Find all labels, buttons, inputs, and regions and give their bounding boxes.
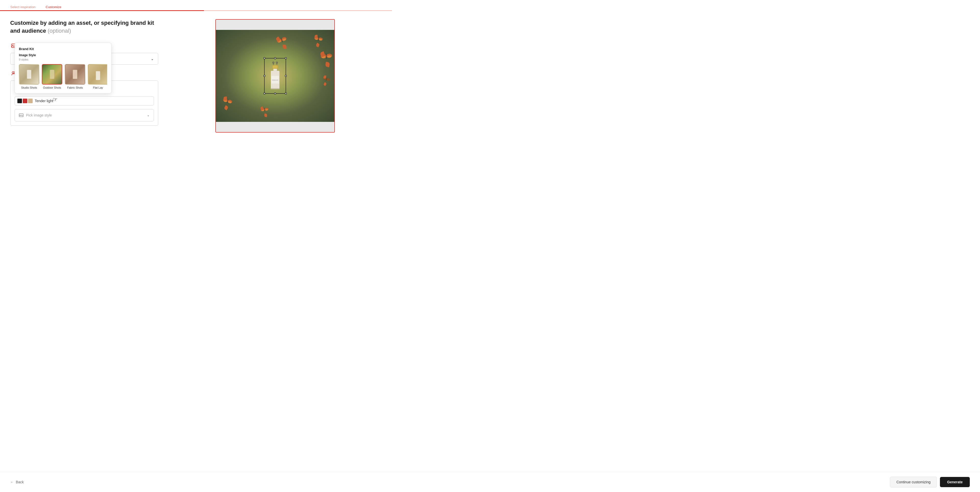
svg-point-2 (12, 72, 14, 73)
style-grid: Studio Shots Outdoor Shots (19, 64, 107, 89)
handle-br[interactable] (285, 93, 287, 94)
tab-select-inspiration[interactable]: Select inspiration (10, 3, 35, 11)
image-style-chevron: ⌄ (147, 113, 150, 117)
style-thumb-studio (19, 64, 39, 85)
main-content: Customize by adding an asset, or specify… (0, 11, 392, 133)
tab-customize[interactable]: Customize (46, 3, 61, 11)
style-thumb-flatlay (88, 64, 107, 85)
handle-tr[interactable] (285, 57, 287, 59)
butterfly-3 (320, 51, 329, 59)
brand-color-row[interactable]: Tender light (14, 96, 154, 105)
butterfly-5 (260, 106, 266, 111)
top-navigation: Select inspiration Customize (0, 0, 392, 11)
image-style-popup: Brand Kit Image Style 9 styles Studio Sh… (14, 43, 111, 94)
right-panel: TENDER LIGHT (169, 19, 382, 133)
asset-dropdown-chevron: ⌄ (151, 57, 154, 61)
swatch-black (18, 99, 22, 103)
progress-bar-container (0, 10, 392, 11)
handle-tm[interactable] (274, 57, 276, 59)
butterfly-2 (314, 35, 321, 40)
style-item-outdoor[interactable]: Outdoor Shots (42, 64, 62, 89)
style-item-studio[interactable]: Studio Shots (19, 64, 39, 89)
brand-swatches (18, 99, 33, 103)
style-item-fabric[interactable]: Fabric Shots (65, 64, 85, 89)
handle-rm[interactable] (285, 75, 287, 77)
style-thumb-outdoor (42, 64, 62, 85)
image-icon (19, 113, 24, 118)
image-preview-top-bar (216, 20, 334, 30)
handle-bl[interactable] (263, 93, 266, 94)
image-preview-main: TENDER LIGHT (216, 30, 334, 122)
swatch-red (23, 99, 27, 103)
selection-box (264, 58, 286, 94)
left-panel: Customize by adding an asset, or specify… (10, 19, 158, 133)
style-thumb-fabric (65, 64, 85, 85)
handle-tl[interactable] (263, 57, 266, 59)
swatch-tan (28, 99, 33, 103)
thumb-bottle-fabric (73, 70, 77, 79)
thumb-bottle-studio (27, 70, 32, 79)
image-preview-container: TENDER LIGHT (215, 19, 335, 133)
brand-kit-panel: Tender Light Tender light Brand Kit Imag… (10, 80, 158, 126)
perfume-bottle-wrapper: TENDER LIGHT (266, 61, 284, 91)
handle-bm[interactable] (274, 93, 276, 94)
progress-bar-fill (0, 10, 204, 11)
thumb-bottle-flatlay (96, 71, 100, 80)
image-style-wrapper: Brand Kit Image Style 9 styles Studio Sh… (14, 109, 154, 121)
image-preview-bottom-bar (216, 122, 334, 132)
handle-lm[interactable] (263, 75, 266, 77)
image-style-dropdown[interactable]: Pick image style ⌄ (14, 109, 154, 121)
page-title: Customize by adding an asset, or specify… (10, 19, 158, 35)
thumb-bottle-outdoor (50, 70, 54, 79)
svg-point-1 (13, 45, 13, 45)
style-item-flatlay[interactable]: Flat Lay (88, 64, 107, 89)
